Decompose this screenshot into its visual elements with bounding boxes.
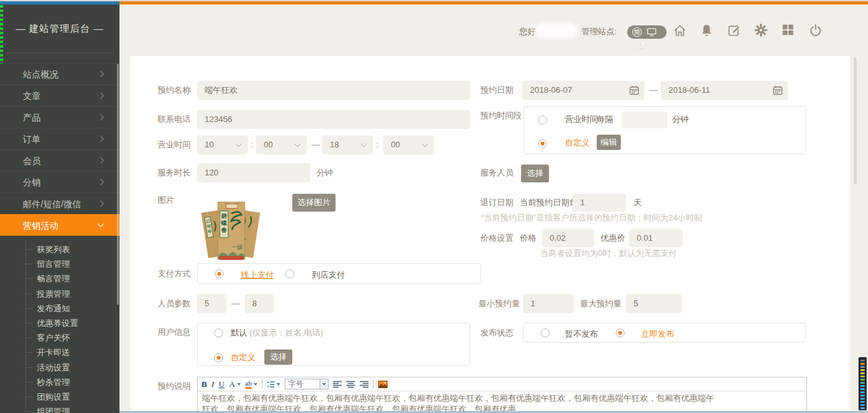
price-input[interactable]: 0.02 bbox=[542, 229, 594, 247]
date-to-input[interactable]: 2018-06-11 bbox=[661, 81, 788, 100]
sidebar-subitem-customer-care[interactable]: 客户关怀 bbox=[0, 330, 119, 345]
font-color-button[interactable]: A bbox=[229, 380, 240, 388]
contact-phone-input[interactable]: 123456 bbox=[197, 110, 470, 129]
insert-image-button[interactable] bbox=[378, 381, 388, 388]
custom-slot-option[interactable]: 自定义 bbox=[565, 137, 590, 149]
online-payment-radio[interactable] bbox=[215, 269, 224, 278]
line-spacing-icon bbox=[267, 381, 275, 388]
service-duration-label: 服务时长 bbox=[158, 163, 191, 182]
sidebar-subitem-vote-mgmt[interactable]: 投票管理 bbox=[0, 287, 119, 301]
notifications-bell-icon[interactable] bbox=[700, 24, 715, 39]
user-info-default-radio[interactable] bbox=[214, 328, 223, 337]
highlight-button[interactable]: ab bbox=[245, 380, 257, 389]
open-minute-select[interactable]: 00 bbox=[256, 135, 307, 154]
align-right-button[interactable] bbox=[360, 381, 369, 388]
sidebar-subitem-coupon-settings[interactable]: 优惠券设置 bbox=[0, 316, 119, 330]
edit-icon[interactable] bbox=[728, 24, 743, 39]
home-icon[interactable] bbox=[673, 24, 688, 39]
interval-input[interactable] bbox=[621, 112, 667, 128]
sidebar-item-mail-sms-wechat[interactable]: 邮件/短信/微信 bbox=[0, 193, 119, 214]
line-spacing-button[interactable] bbox=[267, 381, 280, 388]
close-minute-select[interactable]: 00 bbox=[383, 135, 434, 154]
booking-date-label: 预约日期 bbox=[480, 81, 513, 100]
sidebar-item-site-overview[interactable]: 站点概况 bbox=[0, 63, 119, 85]
editor-content-line[interactable]: 端午狂欢，包厢有优惠端午狂欢，包厢有优惠端午狂欢，包厢有优惠端午狂欢，包厢有优惠… bbox=[200, 393, 717, 403]
sidebar-subitem-activity-settings[interactable]: 活动设置 bbox=[0, 360, 119, 375]
underline-button[interactable]: U bbox=[219, 380, 224, 388]
custom-slot-radio[interactable] bbox=[538, 139, 547, 148]
publish-later-radio[interactable] bbox=[541, 328, 550, 337]
time-slot-group: 营业时间 每隔 分钟 自定义 编辑 bbox=[524, 106, 806, 154]
publish-later-option[interactable]: 暂不发布 bbox=[565, 328, 598, 340]
publish-now-radio[interactable] bbox=[616, 328, 625, 337]
user-info-custom-radio[interactable] bbox=[214, 353, 223, 362]
max-booking-input[interactable]: 5 bbox=[626, 294, 682, 313]
side-widget[interactable] bbox=[858, 357, 867, 410]
italic-button[interactable]: I bbox=[212, 380, 214, 388]
date-from-input[interactable]: 2018-06-07 bbox=[522, 81, 644, 100]
font-size-combo[interactable]: 字号 bbox=[285, 379, 329, 389]
people-max-input[interactable]: 8 bbox=[245, 294, 274, 313]
logout-power-icon[interactable] bbox=[809, 24, 824, 39]
discount-price-input[interactable]: 0.01 bbox=[629, 229, 682, 247]
bold-button[interactable]: B bbox=[201, 380, 207, 388]
app-logo: — 建站管理后台 — bbox=[0, 4, 119, 53]
settings-gear-icon[interactable] bbox=[754, 24, 770, 39]
sidebar-subitem-groupteam-mgmt[interactable]: 组团管理 bbox=[0, 404, 119, 413]
choose-image-button[interactable]: 选择图片 bbox=[292, 194, 336, 212]
admin-page: — 建站管理后台 — 站点概况 文章 产品 订单 会员 分销 邮件/短信/微信 … bbox=[0, 0, 868, 413]
edit-slots-button[interactable]: 编辑 bbox=[597, 135, 621, 150]
online-payment-option[interactable]: 线上支付 bbox=[241, 269, 274, 281]
sidebar-subitem-groupbuy-settings[interactable]: 团购设置 bbox=[0, 389, 119, 404]
chevron-right-icon bbox=[98, 179, 104, 186]
monitor-icon bbox=[647, 28, 656, 36]
sidebar-scrollbar-thumb[interactable] bbox=[117, 64, 119, 305]
sidebar-subitem-publish-notice[interactable]: 发布通知 bbox=[0, 301, 119, 316]
sidebar-subitem-award-list[interactable]: 获奖列表 bbox=[0, 242, 119, 257]
sidebar-item-distribution[interactable]: 分销 bbox=[0, 171, 119, 193]
publish-now-option[interactable]: 立即发布 bbox=[641, 328, 674, 340]
cancel-days-input[interactable]: 1 bbox=[573, 194, 626, 212]
interval-unit: 分钟 bbox=[672, 114, 689, 125]
sidebar-subitem-message-mgmt[interactable]: 留言管理 bbox=[0, 257, 119, 271]
page-scrollbar-thumb[interactable] bbox=[854, 57, 857, 184]
staff-label: 服务人员 bbox=[480, 164, 513, 182]
align-left-button[interactable] bbox=[333, 381, 342, 388]
language-switcher[interactable]: 简 bbox=[627, 25, 667, 39]
people-min-input[interactable]: 5 bbox=[197, 294, 226, 313]
user-info-default-option[interactable]: 默认 (仅显示：姓名,电话) bbox=[231, 327, 323, 339]
min-booking-input[interactable]: 1 bbox=[523, 294, 574, 313]
sidebar-subitem-seckill-mgmt[interactable]: 秒杀管理 bbox=[0, 375, 119, 389]
choose-staff-button[interactable]: 选择 bbox=[521, 165, 549, 182]
subitem-label: 活动设置 bbox=[37, 363, 70, 372]
apps-grid-icon[interactable] bbox=[782, 24, 797, 39]
align-center-button[interactable] bbox=[346, 381, 355, 388]
subitem-label: 获奖列表 bbox=[37, 245, 70, 254]
sidebar-item-members[interactable]: 会员 bbox=[0, 149, 119, 171]
select-value: 18 bbox=[330, 140, 339, 149]
sidebar-subitem-card-gift[interactable]: 开卡即送 bbox=[0, 345, 119, 360]
sidebar-item-products[interactable]: 产品 bbox=[0, 106, 119, 128]
user-info-custom-option[interactable]: 自定义 bbox=[231, 351, 255, 364]
caret-down-icon bbox=[276, 383, 280, 386]
booking-name-input[interactable]: 端午狂欢 bbox=[197, 81, 470, 100]
sidebar-item-label: 会员 bbox=[23, 156, 41, 166]
business-hours-slot-radio[interactable] bbox=[538, 116, 547, 125]
sidebar-subitem-changyan-mgmt[interactable]: 畅言管理 bbox=[0, 271, 119, 286]
subitem-label: 开卡即送 bbox=[37, 348, 70, 357]
close-hour-select[interactable]: 18 bbox=[322, 135, 373, 154]
user-info-choose-button[interactable]: 选择 bbox=[264, 349, 292, 365]
combo-caret-button[interactable] bbox=[320, 379, 329, 389]
sidebar-item-articles[interactable]: 文章 bbox=[0, 85, 119, 106]
manage-site-label: 管理站点: bbox=[581, 25, 617, 38]
instore-payment-option[interactable]: 到店支付 bbox=[312, 269, 345, 281]
service-duration-input[interactable]: 120 bbox=[197, 163, 310, 182]
sidebar-item-orders[interactable]: 订单 bbox=[0, 128, 119, 149]
sidebar-item-marketing[interactable]: 营销活动 bbox=[0, 214, 119, 236]
tree-tick bbox=[25, 249, 32, 250]
tree-tick bbox=[25, 278, 32, 279]
open-hour-select[interactable]: 10 bbox=[197, 135, 248, 154]
sidebar-item-label: 订单 bbox=[23, 134, 41, 144]
instore-payment-radio[interactable] bbox=[285, 269, 294, 278]
business-hours-slot-option[interactable]: 营业时间 bbox=[565, 114, 598, 125]
